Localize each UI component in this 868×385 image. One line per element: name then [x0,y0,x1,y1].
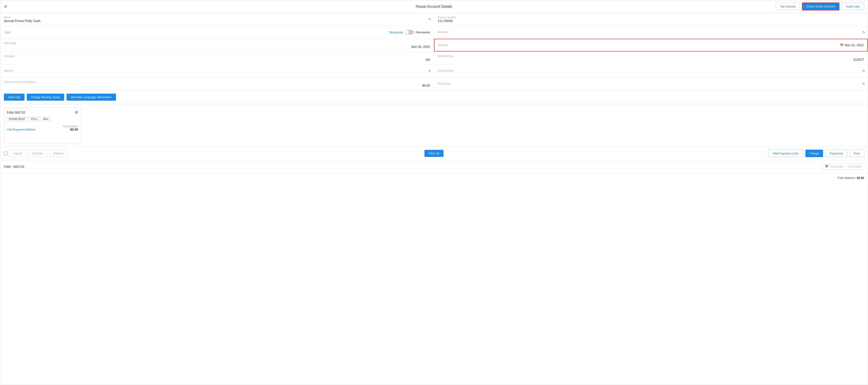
open-date-value: Nov 05, 2022 [4,45,430,49]
calendar-icon: 📅 [840,43,843,47]
tax-exempt-button[interactable]: Tax Exempt [776,3,800,10]
remarks-label: Remarks [438,31,864,33]
company-value: NA [4,58,430,61]
payments-button[interactable]: Payments [825,150,847,157]
web-payment-links-button[interactable]: Web Payment Links [768,150,803,157]
transfer-button[interactable]: Transfer [28,150,48,157]
folio-tags: ROOM RENT PS11 Misc [7,117,78,121]
name-label: Name [4,16,430,19]
company-label: Company [4,55,430,57]
email-cell: Email Address ✎ [434,65,868,77]
bottom-bar: Adjust Transfer Refund Filter (0) Web Pa… [0,147,868,160]
date-calendar-icon: 📅 [825,165,829,168]
type-cell: Type Temporary Permanent [0,26,434,38]
temporary-label: Temporary [389,31,403,34]
toggle-slider [405,30,414,34]
filter-button[interactable]: Filter (0) [425,150,443,157]
modal-title: House Account Details [416,4,453,9]
name-edit-icon[interactable]: ✎ [428,18,431,21]
po-number-label: PO Number [438,82,864,85]
total-balance-value: $0.00 [4,84,430,87]
folio-balance-footer-label: Folio Balance [838,176,856,180]
end-date-label: End Date [438,44,448,46]
address-label: Address [4,69,430,72]
permanent-label: Permanent [415,31,430,34]
folio-balance-value: $0.00 [70,128,78,131]
account-number-value: 111-00000 [438,19,864,23]
type-label: Type [4,30,11,34]
end-date-value: Nov 22, 2022 [845,43,864,47]
folio-number: Folio 000710 [7,110,25,114]
left-actions: Adjust Transfer Refund [4,150,67,157]
name-value: Annual Promo Petty Cash [4,19,430,23]
gear-icon[interactable]: ⚙ [75,110,78,115]
method-of-pay-label: Method of Pay [438,55,864,57]
date-range-picker[interactable]: 📅 Start Date → End Date [822,163,864,170]
date-separator: → [845,165,847,168]
end-date-placeholder: End Date [849,165,861,168]
folio-detail-row: Folio - 000710 📅 Start Date → End Date [0,160,868,173]
folio-card-header: Folio 000710 ⚙ [7,110,78,115]
modal-body: Name Annual Promo Petty Cash ✎ Account N… [0,13,868,385]
po-number-edit-icon[interactable]: ✎ [862,82,865,86]
select-all-checkbox[interactable] [4,152,7,155]
folio-card: Folio 000710 ⚙ ROOM RENT PS11 Misc Add P… [4,107,81,143]
print-button[interactable]: Print [849,150,864,157]
address-cell: Address ✎ [0,65,434,77]
company-cell: Company NA [0,52,434,64]
add-payment-method[interactable]: Add Payment Method [7,128,35,131]
folio-detail-label: Folio - 000710 [4,165,24,168]
folio-balance-footer-value: $0.00 [857,176,864,180]
name-cell: Name Annual Promo Petty Cash ✎ [0,13,434,26]
folio-area: Folio 000710 ⚙ ROOM RENT PS11 Misc Add P… [0,104,868,147]
email-edit-icon[interactable]: ✎ [862,69,865,73]
alternate-language-button[interactable]: Alternate Language Information [66,94,116,101]
close-house-account-button[interactable]: Close House Account [802,2,839,10]
tag-misc[interactable]: Misc [41,117,51,121]
charge-routing-setup-button[interactable]: Charge Routing Setup [27,94,64,101]
total-balance-cell: Total House Account Balance $0.00 [0,77,434,90]
account-number-cell: Account Number 111-00000 [434,13,868,26]
open-date-cell: Open Date Nov 05, 2022 [0,39,434,52]
method-of-pay-value: GUEST [438,58,864,61]
email-label: Email Address [438,69,864,72]
address-edit-icon[interactable]: ✎ [428,69,431,73]
adjust-button[interactable]: Adjust [9,150,26,157]
remarks-edit-icon[interactable]: ✎ [862,30,865,34]
right-actions: Web Payment Links Charge Payments Print [768,150,864,157]
method-of-pay-cell: Method of Pay GUEST [434,52,868,64]
folio-balance-footer: Folio Balance $0.00 [0,173,868,182]
start-date-placeholder: Start Date [830,165,843,168]
tag-room-rent[interactable]: ROOM RENT [7,117,27,121]
type-toggle[interactable] [405,30,414,34]
end-date-cell[interactable]: End Date 📅 Nov 22, 2022 [434,39,868,52]
close-icon[interactable]: ✕ [4,4,7,9]
refund-button[interactable]: Refund [49,150,67,157]
tag-ps11[interactable]: PS11 [29,117,39,121]
open-date-label: Open Date [4,42,430,44]
folio-balance-label: Folio Balance [63,125,78,128]
add-folio-button[interactable]: Add Folio [4,94,25,101]
folio-balance-info: Folio Balance $0.00 [63,125,78,131]
account-number-label: Account Number [438,16,864,19]
audit-logs-button[interactable]: Audit Logs [842,3,864,10]
po-number-cell: PO Number ✎ [434,77,868,90]
total-balance-label: Total House Account Balance [4,81,430,83]
charge-button[interactable]: Charge [805,150,823,157]
action-buttons-bar: Add Folio Charge Routing Setup Alternate… [0,91,868,104]
folio-footer: Add Payment Method Folio Balance $0.00 [7,125,78,131]
toggle-group: Temporary Permanent [389,30,430,34]
remarks-cell: Remarks ✎ [434,26,868,38]
